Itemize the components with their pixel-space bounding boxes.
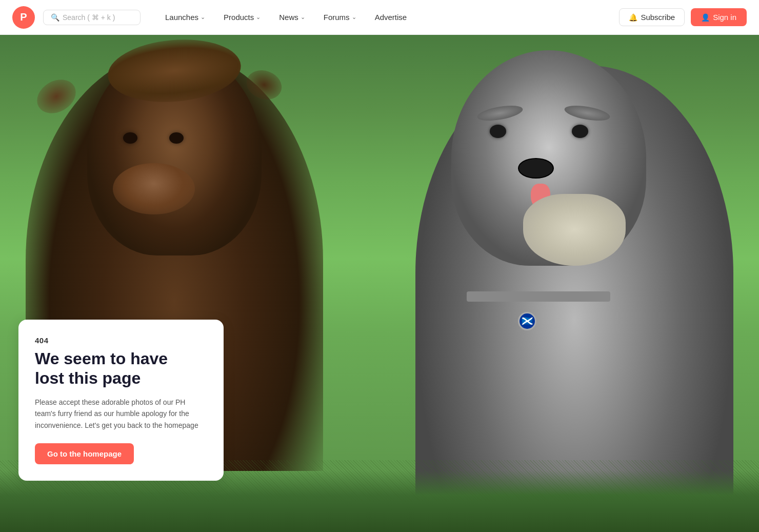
- scottish-tag: 🏴󠁧󠁢󠁳󠁣󠁴󠁿: [518, 312, 536, 330]
- nav-links: Launches ⌄ Products ⌄ News ⌄ Forums ⌄ Ad…: [157, 9, 615, 26]
- error-title-line2: lost this page: [35, 369, 141, 387]
- dog-right-eyebrow-left: [476, 103, 524, 123]
- nav-item-news-label: News: [279, 13, 298, 22]
- go-to-homepage-button[interactable]: Go to the homepage: [35, 443, 134, 464]
- dog-left-eye-left: [123, 132, 137, 144]
- nav-item-launches-label: Launches: [165, 13, 198, 22]
- nav-item-forums[interactable]: Forums ⌄: [315, 9, 365, 26]
- nav-item-forums-label: Forums: [324, 13, 350, 22]
- dog-right: 🏴󠁧󠁢󠁳󠁣󠁴󠁿: [390, 35, 759, 527]
- error-title-line1: We seem to have: [35, 349, 168, 368]
- dog-right-head: [451, 50, 646, 266]
- search-icon: 🔍: [51, 13, 59, 22]
- error-description: Please accept these adorable photos of o…: [35, 397, 207, 431]
- dog-left-fur: [105, 35, 243, 107]
- nav-item-launches[interactable]: Launches ⌄: [157, 9, 213, 26]
- nav-item-products-label: Products: [224, 13, 254, 22]
- navbar: P 🔍 Search ( ⌘ + k ) Launches ⌄ Products…: [0, 0, 759, 35]
- nav-right: Subscribe Sign in: [619, 8, 747, 26]
- dog-right-eye-left: [490, 125, 506, 138]
- dog-left-head: [87, 50, 262, 255]
- search-placeholder: Search ( ⌘ + k ): [63, 13, 115, 22]
- dog-right-collar: [467, 291, 610, 302]
- dog-right-beard: [523, 194, 626, 266]
- user-icon: [701, 13, 710, 22]
- chevron-down-icon: ⌄: [256, 14, 261, 21]
- homepage-btn-label: Go to the homepage: [47, 449, 122, 458]
- bell-icon: [629, 13, 637, 22]
- nav-item-news[interactable]: News ⌄: [271, 9, 313, 26]
- chevron-down-icon: ⌄: [301, 14, 305, 21]
- nav-item-advertise-label: Advertise: [375, 13, 407, 22]
- nav-item-advertise[interactable]: Advertise: [367, 9, 415, 26]
- signin-button[interactable]: Sign in: [691, 8, 747, 26]
- error-title: We seem to have lost this page: [35, 349, 207, 388]
- chevron-down-icon: ⌄: [201, 14, 205, 21]
- dog-left-muzzle: [113, 163, 195, 214]
- logo-button[interactable]: P: [12, 6, 35, 29]
- signin-label: Sign in: [713, 13, 736, 22]
- error-card: 404 We seem to have lost this page Pleas…: [18, 320, 224, 481]
- dog-right-nose: [518, 158, 554, 179]
- dog-left-eye-right: [169, 132, 184, 144]
- dog-right-eyebrow-right: [564, 103, 611, 123]
- subscribe-label: Subscribe: [641, 13, 675, 22]
- search-box[interactable]: 🔍 Search ( ⌘ + k ): [43, 10, 141, 25]
- nav-item-products[interactable]: Products ⌄: [215, 9, 269, 26]
- error-code: 404: [35, 336, 207, 345]
- dog-right-eye-right: [572, 125, 588, 138]
- chevron-down-icon: ⌄: [352, 14, 356, 21]
- subscribe-button[interactable]: Subscribe: [619, 8, 685, 26]
